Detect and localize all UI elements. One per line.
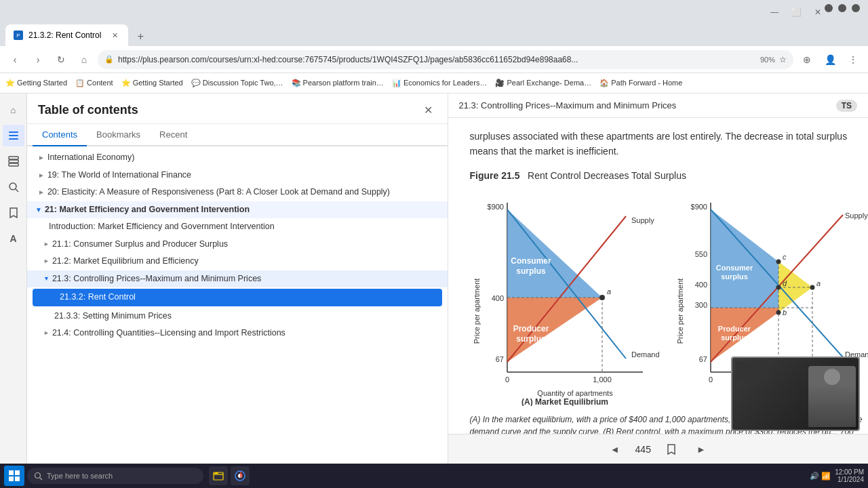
toc-item-label: 21.3.3: Setting Minimum Prices — [54, 310, 442, 323]
sidebar-icons-panel: ⌂ A — [0, 94, 27, 464]
svg-text:a: a — [816, 279, 821, 287]
bookmark-pearl[interactable]: 🎥 Pearl Exchange- Dema… — [495, 79, 591, 87]
home-sidebar-icon[interactable]: ⌂ — [3, 99, 24, 121]
svg-text:Demand: Demand — [631, 350, 660, 359]
tab-recent[interactable]: Recent — [150, 124, 197, 146]
figure-title: Rent Control Decreases Total Surplus — [528, 170, 686, 181]
maximize-btn[interactable] — [838, 4, 846, 12]
bookmark-economics[interactable]: 📊 Economics for Leaders… — [392, 79, 488, 87]
svg-text:(A) Market Equilibrium: (A) Market Equilibrium — [521, 397, 608, 406]
tab-contents[interactable]: Contents — [33, 124, 87, 146]
bookmark-getting-started-2[interactable]: ⭐ Getting Started — [121, 79, 183, 87]
bookmark-sidebar-icon[interactable] — [3, 202, 24, 224]
toc-item-ch2133[interactable]: 21.3.3: Setting Minimum Prices — [27, 308, 448, 325]
start-button[interactable] — [4, 466, 24, 486]
toc-item-intl-economy[interactable]: ► International Economy) — [27, 149, 448, 167]
reload-btn[interactable]: ↻ — [52, 50, 71, 69]
svg-rect-2 — [9, 138, 18, 140]
tab-bookmarks[interactable]: Bookmarks — [87, 124, 150, 146]
search-sidebar-icon[interactable] — [3, 176, 24, 198]
font-sidebar-icon[interactable]: A — [3, 228, 24, 249]
toc-item-label: International Economy) — [47, 152, 442, 164]
toc-item-ch214[interactable]: ► 21.4: Controlling Quantities--Licensin… — [27, 325, 448, 342]
svg-text:$900: $900 — [690, 203, 707, 211]
toc-item-ch212[interactable]: ► 21.2: Market Equilibrium and Efficienc… — [27, 253, 448, 270]
window-restore-btn[interactable]: ⬜ — [787, 3, 806, 22]
taskbar-chrome[interactable] — [231, 466, 250, 485]
address-bar[interactable]: 🔒 https://plus.pearson.com/courses/urn:x… — [98, 50, 793, 69]
toc-item-label: 21: Market Efficiency and Government Int… — [45, 204, 442, 216]
toc-item-ch19[interactable]: ► 19: The World of International Finance — [27, 167, 448, 184]
intro-paragraph: surpluses associated with these apartmen… — [470, 129, 869, 159]
toc-item-ch2132[interactable]: 21.3.2: Rent Control — [33, 289, 442, 306]
sidebar-close-btn[interactable]: ✕ — [420, 102, 437, 118]
svg-rect-49 — [15, 470, 20, 475]
url-text: https://plus.pearson.com/courses/urn:xl-… — [118, 55, 756, 64]
svg-text:Consumer: Consumer — [715, 264, 753, 272]
svg-text:Producer: Producer — [717, 325, 751, 333]
extensions-btn[interactable]: ⊕ — [797, 50, 816, 69]
list-sidebar-icon[interactable] — [3, 125, 24, 146]
tab-bar: P 21.3.2: Rent Control ✕ + — ⬜ ✕ — [0, 22, 868, 46]
sidebar-panel: Table of contents ✕ Contents Bookmarks R… — [27, 94, 448, 464]
new-tab-btn[interactable]: + — [131, 27, 150, 46]
menu-btn[interactable]: ⋮ — [844, 50, 863, 69]
bottom-toolbar: ◄ 445 ► — [448, 434, 869, 464]
svg-rect-4 — [9, 160, 18, 163]
taskbar-file-explorer[interactable] — [209, 466, 228, 485]
toc-item-ch20[interactable]: ► 20: Elasticity: A Measure of Responsiv… — [27, 184, 448, 201]
consumer-surplus-area — [507, 209, 602, 298]
tab-close-btn[interactable]: ✕ — [109, 30, 120, 41]
point-d — [776, 285, 781, 289]
arrow-icon: ► — [43, 257, 50, 266]
home-btn[interactable]: ⌂ — [75, 50, 94, 69]
toc-item-label: 21.1: Consumer Surplus and Producer Surp… — [52, 239, 442, 251]
svg-text:Price per apartment: Price per apartment — [473, 278, 481, 344]
back-btn[interactable]: ‹ — [5, 50, 24, 69]
tab-title: 21.3.2: Rent Control — [28, 30, 101, 40]
bookmark-discussion[interactable]: 💬 Discussion Topic Two,… — [191, 79, 283, 87]
bookmark-path[interactable]: 🏠 Path Forward - Home — [599, 79, 682, 87]
star-icon[interactable]: ☆ — [779, 55, 787, 64]
bookmark-pearson[interactable]: 📚 Pearson platform train… — [292, 79, 384, 87]
profile-btn[interactable]: 👤 — [821, 50, 840, 69]
svg-text:67: 67 — [495, 355, 503, 363]
prev-page-btn[interactable]: ◄ — [606, 440, 625, 459]
svg-text:d: d — [783, 279, 787, 287]
arrow-icon: ► — [43, 329, 50, 338]
layers-sidebar-icon[interactable] — [3, 150, 24, 172]
taskbar-search[interactable]: Type here to search — [27, 468, 203, 484]
bookmark-page-btn[interactable] — [662, 440, 681, 459]
svg-text:Price per apartment: Price per apartment — [676, 278, 684, 344]
toc-item-ch21[interactable]: ▼ 21: Market Efficiency and Government I… — [27, 201, 448, 219]
video-thumbnail[interactable] — [731, 357, 860, 431]
svg-text:surplus: surplus — [516, 334, 546, 344]
forward-btn[interactable]: › — [28, 50, 47, 69]
arrow-icon: ► — [38, 153, 45, 163]
svg-text:0: 0 — [708, 375, 712, 384]
user-badge[interactable]: TS — [836, 100, 857, 112]
bookmark-content[interactable]: 📋 Content — [75, 79, 113, 87]
window-minimize-btn[interactable]: — — [765, 3, 784, 22]
svg-text:400: 400 — [694, 281, 707, 289]
svg-line-53 — [40, 477, 43, 480]
chart-a-wrapper: Price per apartment $900 400 67 — [470, 189, 660, 408]
toc-item-ch21-intro[interactable]: Introduction: Market Efficiency and Gove… — [27, 218, 448, 236]
active-tab[interactable]: P 21.3.2: Rent Control ✕ — [5, 24, 128, 46]
svg-rect-5 — [9, 163, 18, 166]
toc-item-label: Introduction: Market Efficiency and Gove… — [49, 221, 442, 233]
close-window-btn[interactable] — [852, 4, 860, 12]
bookmark-getting-started[interactable]: ⭐ Getting Started — [5, 79, 67, 87]
toc-item-ch213[interactable]: ▼ 21.3: Controlling Prices--Maximum and … — [27, 270, 448, 288]
window-close-btn[interactable]: ✕ — [808, 3, 827, 22]
svg-text:Supply: Supply — [631, 216, 654, 224]
point-b — [776, 310, 781, 314]
svg-text:b: b — [783, 308, 787, 317]
taskbar-system-icons: 🔊 📶 — [810, 472, 831, 481]
next-page-btn[interactable]: ► — [692, 440, 711, 459]
svg-point-52 — [35, 472, 41, 478]
toc-item-ch211[interactable]: ► 21.1: Consumer Surplus and Producer Su… — [27, 236, 448, 253]
svg-text:Quantity of apartments: Quantity of apartments — [537, 389, 613, 397]
toc-item-label: 19: The World of International Finance — [47, 169, 442, 182]
svg-text:a: a — [607, 287, 611, 296]
